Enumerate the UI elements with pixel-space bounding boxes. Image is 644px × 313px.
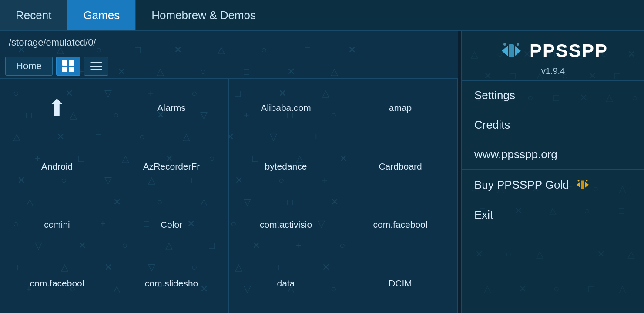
file-cell-label: ccmini: [44, 220, 70, 230]
svg-point-9: [586, 180, 587, 182]
menu-item-label: www.ppsspp.org: [474, 148, 557, 161]
right-panel: △ ○ ✕ □ △ ○ ✕ ✕ □ △ ○ ✕ □ ▽ △ ○ □ ✕ △ ○ …: [461, 31, 644, 313]
file-cell-label: AzRecorderFr: [143, 161, 200, 172]
file-cell-up[interactable]: ⬆: [0, 79, 114, 137]
up-arrow-icon: ⬆: [47, 95, 67, 121]
svg-point-4: [517, 43, 519, 46]
file-cell-bytedance[interactable]: bytedance: [229, 137, 343, 196]
svg-marker-1: [515, 46, 521, 56]
menu-item-settings[interactable]: Settings: [462, 80, 644, 110]
file-cell-cardboard[interactable]: Cardboard: [343, 137, 458, 196]
file-cell-label: DCIM: [389, 278, 412, 289]
file-cell-label: amap: [389, 103, 412, 113]
svg-marker-5: [577, 181, 580, 188]
file-cell-dcim[interactable]: DCIM: [343, 254, 458, 313]
file-cell-label: com.facebool: [373, 220, 428, 230]
file-cell-azrecorder[interactable]: AzRecorderFr: [114, 137, 229, 196]
file-cell-label: Alarms: [157, 103, 185, 113]
menu-item-buy_gold[interactable]: Buy PPSSPP Gold: [462, 169, 644, 200]
file-cell-alarms[interactable]: Alarms: [114, 79, 229, 137]
file-panel: ✕ △ ○ □ ✕ △ ○ □ ✕ ▽ + ✕ △ ○ □ ✕ △ ○ ✕ ▽ …: [0, 31, 458, 313]
file-cell-comactivision[interactable]: com.activisio: [229, 196, 343, 255]
file-cell-label: Cardboard: [379, 161, 422, 172]
file-cell-label: com.slidesho: [145, 278, 198, 289]
ppsspp-logo-icon: [498, 39, 524, 63]
menu-list: SettingsCreditswww.ppsspp.orgBuy PPSSPP …: [462, 80, 644, 230]
list-view-button[interactable]: [84, 57, 108, 76]
ppsspp-version: v1.9.4: [462, 66, 644, 80]
file-cell-label: data: [277, 278, 295, 289]
file-cell-amap[interactable]: amap: [343, 79, 458, 137]
grid-view-button[interactable]: [56, 57, 80, 76]
svg-rect-2: [509, 44, 514, 57]
file-cell-color[interactable]: Color: [114, 196, 229, 255]
top-tab-bar: Recent Games Homebrew & Demos: [0, 0, 644, 31]
tab-homebrew[interactable]: Homebrew & Demos: [136, 0, 272, 30]
svg-marker-0: [502, 46, 508, 56]
file-cell-comfacebook1[interactable]: com.facebool: [343, 196, 458, 255]
ppsspp-header: PPSSPP: [462, 31, 644, 66]
file-cell-label: Alibaba.com: [261, 103, 311, 113]
svg-point-3: [503, 43, 506, 46]
grid-icon: [62, 60, 74, 72]
menu-item-website[interactable]: www.ppsspp.org: [462, 140, 644, 169]
hamburger-icon: [90, 62, 102, 70]
menu-item-label: Exit: [474, 208, 493, 222]
menu-item-label: Settings: [474, 89, 515, 102]
file-cell-comslideshom[interactable]: com.slidesho: [114, 254, 229, 313]
tab-games[interactable]: Games: [67, 0, 136, 30]
menu-item-label: Buy PPSSPP Gold: [474, 178, 569, 192]
view-controls: Home: [0, 54, 458, 78]
menu-item-credits[interactable]: Credits: [462, 110, 644, 140]
file-cell-comfacebook2[interactable]: com.facebool: [0, 254, 114, 313]
file-grid: ⬆AlarmsAlibaba.comamapAndroidAzRecorderF…: [0, 78, 458, 313]
file-cell-data[interactable]: data: [229, 254, 343, 313]
svg-marker-6: [585, 181, 589, 188]
file-cell-ccmini[interactable]: ccmini: [0, 196, 114, 255]
gold-ppsspp-icon: [574, 177, 591, 192]
file-cell-label: Color: [161, 220, 182, 230]
svg-rect-7: [581, 181, 584, 189]
menu-item-exit[interactable]: Exit: [462, 200, 644, 230]
tab-recent[interactable]: Recent: [0, 0, 67, 30]
current-path: /storage/emulated/0/: [9, 37, 96, 48]
file-cell-label: Android: [41, 161, 73, 172]
menu-item-label: Credits: [474, 118, 510, 132]
file-cell-label: bytedance: [265, 161, 307, 172]
home-button[interactable]: Home: [5, 57, 53, 76]
file-cell-alibaba[interactable]: Alibaba.com: [229, 79, 343, 137]
ppsspp-title-text: PPSSPP: [530, 40, 608, 61]
scrollbar[interactable]: [458, 31, 461, 313]
svg-point-8: [577, 180, 579, 182]
main-content: ✕ △ ○ □ ✕ △ ○ □ ✕ ▽ + ✕ △ ○ □ ✕ △ ○ ✕ ▽ …: [0, 31, 644, 313]
file-cell-label: com.facebool: [30, 278, 84, 289]
path-bar: /storage/emulated/0/: [0, 31, 458, 54]
file-cell-label: com.activisio: [260, 220, 312, 230]
file-cell-android[interactable]: Android: [0, 137, 114, 196]
